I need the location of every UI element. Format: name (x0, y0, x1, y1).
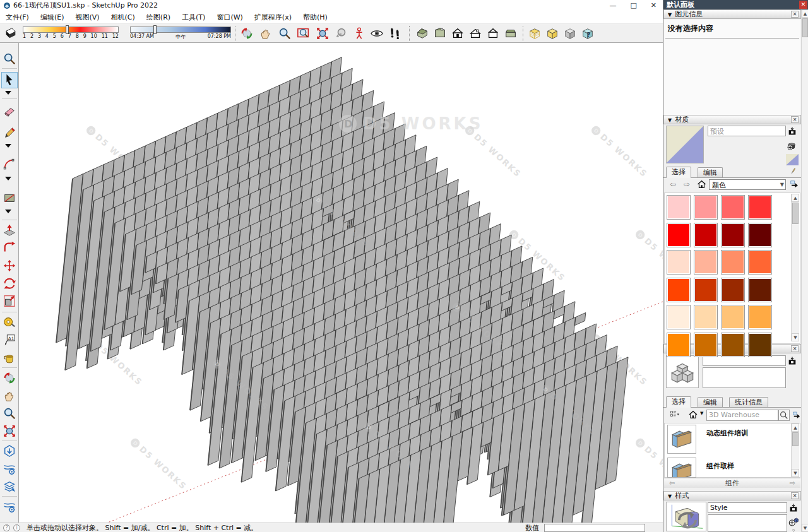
walk-button[interactable] (386, 25, 403, 42)
components-tab-edit[interactable]: 编辑 (698, 397, 723, 408)
close-button[interactable]: ✕ (651, 1, 656, 9)
pushpull-tool[interactable] (1, 222, 18, 239)
tray-scrollbar[interactable]: ▲ ▼ (801, 9, 808, 532)
line-tool-flyout[interactable] (5, 144, 11, 148)
menu-item-7[interactable]: 扩展程序(x) (249, 11, 297, 24)
rectangle-tool-flyout[interactable] (5, 210, 11, 213)
warehouse-search-icon[interactable] (778, 410, 790, 421)
menu-item-0[interactable]: 文件(F) (0, 11, 35, 24)
components-secondary-pane-icon[interactable] (787, 355, 797, 366)
color-swatch-12[interactable] (748, 250, 772, 275)
color-swatch-5[interactable] (667, 223, 691, 247)
color-swatch-4[interactable] (748, 195, 772, 220)
components-footer-forward-icon[interactable]: ⇨ (790, 478, 795, 488)
view-iso-button[interactable] (414, 25, 431, 42)
view-right-button[interactable] (502, 25, 519, 42)
components-close-icon[interactable]: ✕ (791, 345, 799, 352)
zoom-tool-2[interactable] (1, 405, 18, 422)
styles-header[interactable]: ▼样式 ✕ (663, 491, 801, 500)
menu-item-6[interactable]: 窗口(W) (211, 11, 248, 24)
pan-tool[interactable] (1, 387, 18, 404)
style-hiddenline-button[interactable] (544, 25, 561, 42)
components-home-icon[interactable] (687, 410, 699, 420)
plugin-download-icon[interactable] (1, 443, 18, 459)
move-tool[interactable] (1, 257, 18, 274)
style-monochrome-button[interactable]: ? (579, 25, 596, 42)
zoom-tool-button[interactable] (276, 25, 293, 42)
measurements-input[interactable] (544, 524, 645, 532)
materials-scroll-down-icon[interactable]: ▼ (792, 333, 799, 341)
position-camera-button[interactable] (351, 25, 367, 42)
materials-home-icon[interactable] (696, 179, 707, 189)
menu-item-3[interactable]: 相机(C) (105, 11, 141, 24)
component-item-label-1[interactable]: 组件取样 (706, 461, 734, 471)
color-swatch-3[interactable] (721, 195, 745, 220)
component-item-label-0[interactable]: 动态组件培训 (706, 429, 748, 438)
color-swatch-20[interactable] (748, 305, 772, 329)
shadow-toggle-button[interactable] (3, 25, 19, 42)
component-thumbnail-0[interactable] (667, 425, 696, 454)
menu-item-2[interactable]: 视图(V) (69, 11, 105, 24)
zoom-window-button[interactable] (295, 25, 312, 42)
color-swatch-13[interactable] (667, 278, 691, 302)
materials-details-icon[interactable] (789, 179, 799, 189)
tray-scroll-thumb[interactable] (802, 18, 808, 37)
view-front-button[interactable] (449, 25, 466, 42)
color-swatch-1[interactable] (667, 195, 691, 220)
color-swatch-24[interactable] (748, 333, 772, 357)
color-swatch-10[interactable] (694, 250, 718, 275)
color-swatch-16[interactable] (748, 278, 772, 302)
create-style-icon[interactable] (787, 516, 800, 528)
tape-measure-tool[interactable] (1, 314, 18, 331)
styles-collapse-icon[interactable]: ▼ (668, 492, 672, 500)
zoom-extents-tool[interactable] (1, 423, 18, 439)
materials-header[interactable]: ▼材质 ✕ (663, 115, 801, 124)
components-tab-select[interactable]: 选择 (666, 396, 691, 408)
components-scrollbar[interactable]: ▲ ▼ (791, 423, 799, 477)
secondary-pane-icon[interactable] (787, 126, 797, 136)
component-description-field[interactable] (703, 367, 786, 388)
zoom-tool[interactable] (1, 50, 18, 67)
zoom-extents-button[interactable] (314, 25, 331, 42)
paint-bucket-tool[interactable] (1, 350, 18, 366)
color-swatch-21[interactable] (667, 333, 691, 357)
view-left-button[interactable] (485, 25, 501, 42)
color-swatch-15[interactable] (721, 278, 745, 302)
style-xray-button[interactable] (526, 25, 543, 42)
menu-item-4[interactable]: 绘图(R) (141, 11, 176, 24)
materials-back-icon[interactable]: ⇦ (667, 179, 679, 189)
styles-secondary-pane-icon[interactable] (788, 502, 799, 513)
components-home-dropdown-icon[interactable]: ▼ (700, 411, 703, 416)
materials-tab-select[interactable]: 选择 (666, 167, 691, 178)
look-around-button[interactable] (369, 25, 385, 42)
components-view-options-icon[interactable] (667, 410, 682, 420)
shadow-time-slider-handle[interactable] (153, 25, 157, 34)
materials-collection-dropdown[interactable]: 颜色▼ (709, 179, 786, 190)
color-swatch-17[interactable] (667, 305, 691, 329)
plugin-profile-icon[interactable] (1, 461, 18, 477)
styles-close-icon[interactable]: ✕ (791, 492, 799, 499)
plugin-gear-icon[interactable] (1, 499, 18, 515)
components-footer-back-icon[interactable]: ⇦ (669, 478, 675, 488)
previous-view-button[interactable] (333, 25, 350, 42)
style-shaded-button[interactable] (562, 25, 578, 42)
geolocation-icon[interactable]: ? (3, 524, 10, 531)
materials-tab-edit[interactable]: 编辑 (698, 167, 723, 178)
materials-scroll-up-icon[interactable]: ▲ (792, 194, 799, 202)
create-material-icon[interactable] (786, 139, 799, 152)
color-swatch-23[interactable] (721, 333, 745, 357)
minimize-button[interactable]: — (609, 1, 616, 9)
color-swatch-18[interactable] (694, 305, 718, 329)
tray-scroll-down-icon[interactable]: ▼ (802, 524, 808, 532)
color-swatch-6[interactable] (694, 223, 718, 247)
warehouse-search-input[interactable]: 3D Warehouse (706, 410, 778, 421)
tray-title[interactable]: 默认面板 (663, 0, 808, 9)
menu-item-1[interactable]: 编辑(E) (35, 11, 70, 24)
color-swatch-8[interactable] (748, 223, 772, 247)
text-tool[interactable]: A1 (1, 332, 18, 348)
style-name-field[interactable]: Style (708, 502, 787, 513)
color-swatch-2[interactable] (694, 195, 718, 220)
entity-info-collapse-icon[interactable]: ▼ (668, 11, 672, 19)
tray-scroll-up-icon[interactable]: ▲ (802, 9, 808, 18)
materials-scroll-thumb[interactable] (792, 203, 799, 224)
